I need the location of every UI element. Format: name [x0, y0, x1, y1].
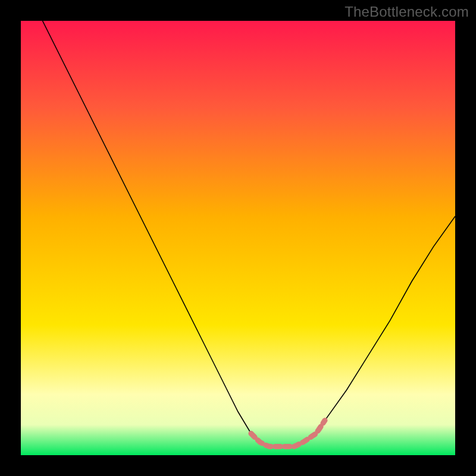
watermark-label: TheBottleneck.com — [345, 4, 469, 20]
gradient-background — [21, 21, 455, 455]
chart-svg — [21, 21, 455, 455]
chart-area — [21, 21, 455, 455]
